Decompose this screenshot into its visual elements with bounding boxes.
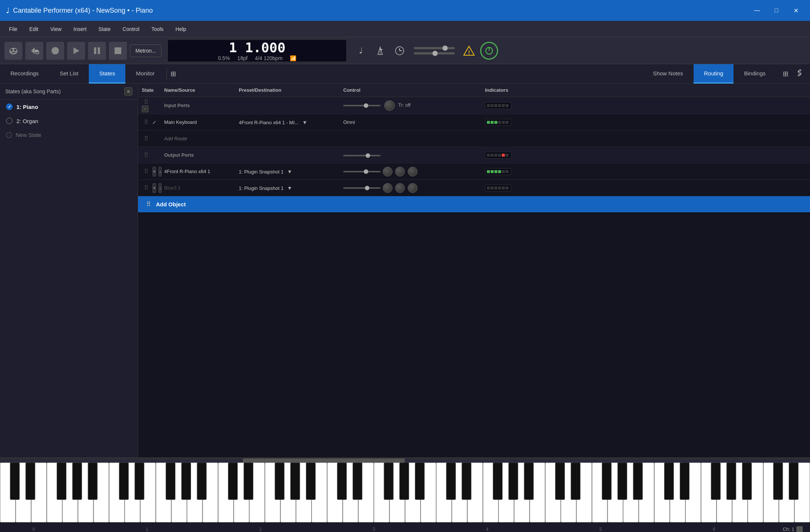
metronome-icon-button[interactable]: [372, 43, 388, 59]
warning-icon-button[interactable]: !: [461, 43, 477, 59]
grid-layout-button[interactable]: ⊞: [168, 68, 178, 80]
channel-indicator: Ch: 1: [783, 526, 803, 532]
menu-edit[interactable]: Edit: [24, 24, 44, 34]
svg-rect-42: [494, 170, 497, 173]
power-button[interactable]: [480, 42, 498, 60]
menu-toggle-button[interactable]: ≡: [124, 87, 132, 96]
volume-slider-top[interactable]: [414, 47, 455, 49]
metronome-button[interactable]: Metron...: [130, 44, 162, 57]
collapse-button[interactable]: −: [142, 106, 148, 112]
state-item-piano[interactable]: 1: Piano: [0, 100, 138, 114]
table-row-add-route[interactable]: ⠿ Add Route: [138, 131, 810, 147]
blue3-handles[interactable]: ⠿ + ↓: [138, 182, 160, 194]
tab-bar: Recordings Set List States Monitor ⊞ Sho…: [0, 64, 810, 84]
blue3-knob-3[interactable]: [408, 183, 417, 193]
drag-dots-blue3-icon: ⠿: [142, 184, 151, 191]
svg-rect-49: [498, 187, 501, 190]
menu-tools[interactable]: Tools: [146, 24, 170, 34]
tab-recordings[interactable]: Recordings: [0, 64, 49, 84]
play-button[interactable]: [67, 42, 85, 60]
menu-file[interactable]: File: [3, 24, 24, 34]
left-panel-header: States (aka Song Parts) ≡: [0, 84, 138, 100]
svg-rect-124: [446, 463, 456, 500]
filter-icon-keyboard[interactable]: ▼: [302, 119, 307, 125]
blue3-knob-2[interactable]: [395, 183, 405, 193]
input-ports-slider[interactable]: [343, 105, 381, 106]
input-ports-preset: [235, 104, 340, 107]
tab-states[interactable]: States: [89, 64, 126, 84]
drag-handle-input[interactable]: ⠿ −: [138, 97, 160, 114]
pause-icon: [92, 46, 102, 56]
close-button[interactable]: ✕: [788, 4, 804, 17]
menu-insert[interactable]: Insert: [68, 24, 93, 34]
input-ports-knob[interactable]: [384, 100, 395, 111]
clock-icon-button[interactable]: [391, 43, 408, 59]
4front-preset-text: 1: Plugin Snapshot 1: [239, 169, 284, 175]
th-control: Control: [340, 86, 481, 94]
time-signature: 4/4 120bpm: [255, 55, 282, 61]
svg-rect-37: [498, 154, 501, 157]
minimize-button[interactable]: —: [749, 4, 765, 17]
filter-icon-blue3[interactable]: ▼: [287, 185, 293, 191]
4front-knob-1[interactable]: [383, 167, 393, 176]
4front-knob-2[interactable]: [395, 167, 405, 176]
blue3-expand-button[interactable]: +: [153, 183, 156, 193]
svg-rect-117: [291, 463, 300, 500]
tab-show-notes[interactable]: Show Notes: [642, 64, 694, 84]
th-preset: Preset/Destination: [235, 86, 340, 94]
svg-rect-39: [506, 154, 509, 157]
tr-off-label: Tr: off: [398, 102, 410, 108]
tab-bindings[interactable]: Bindings: [734, 64, 776, 84]
state-item-new[interactable]: New State: [0, 128, 138, 142]
output-ports-slider[interactable]: [343, 155, 381, 156]
menu-state[interactable]: State: [93, 24, 117, 34]
horizontal-scrollbar[interactable]: [0, 458, 810, 463]
add-object-row[interactable]: ⠿ Add Object: [138, 196, 810, 212]
stop-button[interactable]: [109, 42, 127, 60]
note-icon-button[interactable]: ♩: [353, 43, 369, 59]
4front-expand-button[interactable]: +: [153, 167, 156, 176]
volume-slider-bottom[interactable]: [414, 52, 455, 54]
mask-button[interactable]: [4, 42, 22, 60]
table-header: State Name/Source Preset/Destination Con…: [138, 84, 810, 97]
blue3-knob-1[interactable]: [383, 183, 393, 193]
chain-link-button[interactable]: [794, 67, 806, 81]
window-controls: — □ ✕: [749, 4, 804, 17]
menu-view[interactable]: View: [44, 24, 68, 34]
svg-line-13: [380, 49, 382, 50]
drag-dots-output-icon: ⠿: [142, 152, 151, 158]
svg-rect-24: [494, 104, 497, 107]
pause-button[interactable]: [88, 42, 106, 60]
add-object-label[interactable]: Add Object: [156, 201, 186, 207]
th-state: State: [138, 86, 160, 94]
tab-setlist[interactable]: Set List: [49, 64, 89, 84]
filter-icon-4front[interactable]: ▼: [287, 169, 293, 175]
4front-knob-3[interactable]: [408, 167, 417, 176]
add-route-label[interactable]: Add Route: [160, 134, 235, 143]
svg-rect-46: [487, 187, 490, 190]
drag-handle-output[interactable]: ⠿: [138, 150, 160, 160]
maximize-button[interactable]: □: [768, 4, 785, 17]
4front-handles[interactable]: ⠿ + ↓: [138, 165, 160, 178]
arrow-lock-button[interactable]: [25, 42, 43, 60]
4front-slider[interactable]: [343, 171, 381, 172]
svg-rect-110: [135, 463, 144, 500]
drag-dots-keyboard-icon: ⠿: [142, 119, 151, 125]
svg-rect-118: [306, 463, 315, 500]
menu-help[interactable]: Help: [169, 24, 192, 34]
svg-rect-137: [727, 463, 736, 500]
svg-rect-47: [491, 187, 494, 190]
state-label-new: New State: [16, 132, 41, 138]
scroll-thumb[interactable]: [243, 459, 405, 463]
tab-routing[interactable]: Routing: [694, 64, 734, 84]
svg-rect-10: [115, 47, 121, 54]
panel-title: States (aka Song Parts): [5, 88, 61, 94]
svg-rect-130: [571, 463, 580, 500]
tab-monitor[interactable]: Monitor: [125, 64, 165, 84]
blue3-slider[interactable]: [343, 187, 381, 189]
drag-handle-keyboard[interactable]: ⠿ ✓: [138, 117, 160, 127]
state-item-organ[interactable]: 2: Organ: [0, 114, 138, 128]
record-button[interactable]: [46, 42, 64, 60]
grid-view-button[interactable]: ⊞: [781, 68, 791, 80]
menu-control[interactable]: Control: [117, 24, 146, 34]
